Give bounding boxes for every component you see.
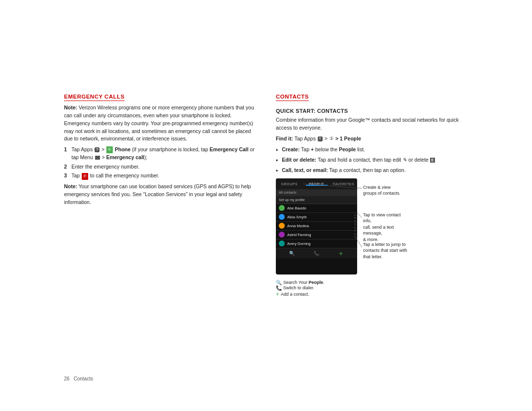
contacts-intro: Combine information from your Google™ co…	[276, 116, 468, 132]
avatar-3	[279, 223, 285, 229]
tab-groups: GROUPS	[276, 181, 303, 186]
bottom-search-item: 🔍 Search Your People.	[276, 280, 468, 285]
call-icon-red: ✆	[82, 173, 88, 180]
svg-line-1	[357, 213, 362, 218]
content-area: Emergency Calls Note: Verizon Wireless p…	[64, 94, 468, 297]
contact-5[interactable]: Avery Durning	[276, 240, 357, 248]
contact-1[interactable]: Abe Bauido	[276, 204, 357, 213]
find-it: Find it: Tap Apps ⠿ > ① > 1 People	[276, 135, 468, 143]
page: Emergency Calls Note: Verizon Wireless p…	[0, 0, 532, 411]
left-column: Emergency Calls Note: Verizon Wireless p…	[64, 94, 256, 209]
avatar-4	[279, 232, 285, 238]
dialer-label: Switch to dialer.	[283, 285, 314, 290]
annotation-contact-info: Tap to view contact info,call, send a te…	[363, 212, 409, 243]
annotation-groups: Create & viewgroups of contacts.	[363, 184, 400, 197]
people-number-icon: ①	[330, 136, 333, 142]
search-text: All contacts	[279, 191, 297, 194]
emergency-note: Note: Verizon Wireless programs one or m…	[64, 104, 256, 143]
avatar-5	[279, 240, 285, 246]
search-label: Search Your People.	[283, 280, 325, 285]
dialer-icon[interactable]: 📞	[313, 250, 320, 257]
add-icon-label: +	[276, 291, 279, 298]
menu-icon	[95, 156, 100, 160]
tab-favorites: FAVORITES	[330, 181, 357, 186]
step-2: 2 Enter the emergency number.	[64, 163, 256, 171]
apps-icon: ⠿	[95, 147, 100, 152]
contact-name-4: Astrid Fanning	[287, 233, 311, 237]
add-contact-icon[interactable]: +	[337, 250, 344, 257]
emergency-calls-title: Emergency Calls	[64, 94, 125, 101]
phone-search-bar[interactable]: All contacts	[276, 189, 357, 196]
tab-people: PEOPLE	[303, 181, 330, 186]
step-1: 1 Tap Apps ⠿ > ✆ Phone (if your smartpho…	[64, 146, 256, 162]
contact-2[interactable]: Alisa Smyth	[276, 213, 357, 222]
contacts-bottom-icons: 🔍 Search Your People. 📞 Switch to dialer…	[276, 280, 468, 298]
right-column: Contacts Quick Start: Contacts Combine i…	[276, 94, 468, 297]
contacts-subtitle: Quick Start: Contacts	[276, 108, 468, 114]
bullet-create: Create: Tap + below the People list.	[276, 146, 468, 155]
apps-icon-2: ⠿	[318, 137, 323, 141]
phone-contacts-list: Abe Bauido Alisa Smyth Anna Medina	[276, 204, 357, 248]
contact-name-3: Anna Medina	[287, 224, 309, 228]
annotation-alphabet: Tap a letter to jump tocontacts that sta…	[363, 241, 407, 260]
dialer-icon-label: 📞	[276, 285, 282, 291]
bullet-edit: Edit or delete: Tap and hold a contact, …	[276, 156, 468, 165]
phone-bottom-bar: 🔍 📞 +	[276, 248, 357, 258]
avatar-1	[279, 205, 285, 211]
profile-text: Set up my profile	[279, 198, 305, 202]
bottom-add-item: + Add a contact.	[276, 291, 468, 298]
bullet-call: Call, text, or email: Tap a contact, the…	[276, 167, 468, 175]
emergency-note2: Note: Your smartphone can use location b…	[64, 183, 256, 206]
avatar-2	[279, 214, 285, 220]
bottom-dialer-item: 📞 Switch to dialer.	[276, 285, 468, 291]
search-bottom-icon[interactable]: 🔍	[289, 250, 296, 257]
contact-3[interactable]: Anna Medina	[276, 222, 357, 231]
phone-screen: GROUPS PEOPLE FAVORITES All contacts Set…	[276, 178, 357, 274]
phone-tabs: GROUPS PEOPLE FAVORITES	[276, 178, 357, 189]
phone-icon-green: ✆	[106, 146, 113, 153]
phone-profile[interactable]: Set up my profile	[276, 196, 357, 204]
page-number: 26 Contacts	[64, 376, 93, 381]
emergency-steps-list: 1 Tap Apps ⠿ > ✆ Phone (if your smartpho…	[64, 146, 256, 180]
contact-name-1: Abe Bauido	[287, 206, 306, 210]
contact-name-2: Alisa Smyth	[287, 215, 307, 219]
contact-4[interactable]: Astrid Fanning	[276, 231, 357, 240]
alphabet-sidebar[interactable]: A B C D E F G H	[353, 204, 357, 248]
contact-name-5: Avery Durning	[287, 241, 310, 246]
search-icon-label: 🔍	[276, 280, 282, 285]
step-3: 3 Tap ✆ to call the emergency number.	[64, 172, 256, 180]
contacts-bullets: Create: Tap + below the People list. Edi…	[276, 146, 468, 175]
phone-screenshot-area: GROUPS PEOPLE FAVORITES All contacts Set…	[276, 178, 409, 277]
add-label: Add a contact.	[281, 292, 309, 297]
contacts-title: Contacts	[276, 94, 309, 101]
